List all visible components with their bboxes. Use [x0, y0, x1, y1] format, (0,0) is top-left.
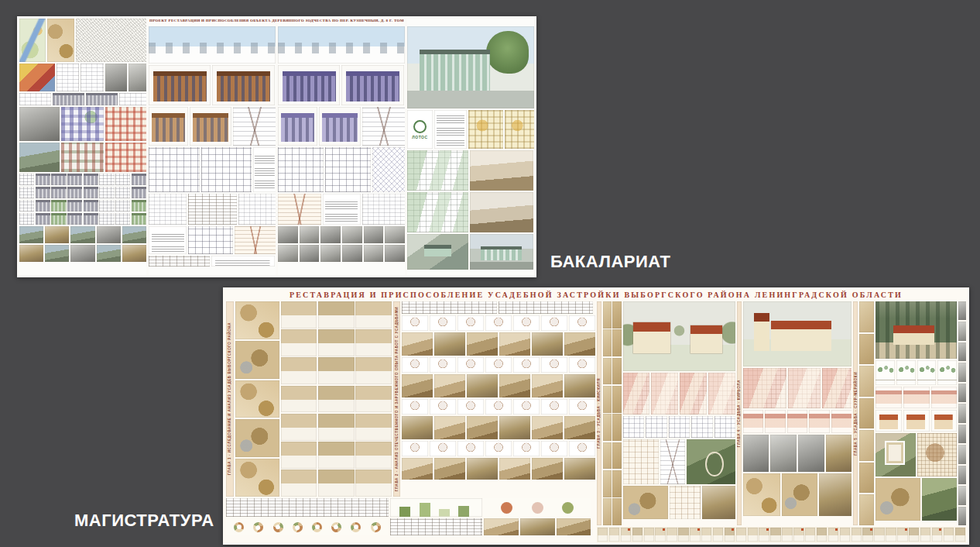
poster-cell: [852, 528, 862, 542]
poster-cell: [402, 374, 433, 397]
poster-cell: [19, 187, 34, 198]
poster-cell: [903, 410, 930, 432]
poster-cell: [958, 486, 966, 504]
poster-cell: [903, 387, 930, 408]
analysis-left-group: ГЛАВА 1 · ИССЛЕДОВАНИЕ И АНАЛИЗ УСАДЕБ В…: [226, 301, 595, 542]
painting: [19, 64, 55, 91]
section-warm: [235, 226, 276, 254]
poster-cell: [342, 245, 362, 262]
poster-cell: [457, 399, 484, 415]
plan-warm: [917, 433, 957, 476]
chapter-label: ГЛАВА 4 · УСАДЬБА · КИРЬОЛА: [737, 380, 741, 447]
poster-cell: [770, 435, 797, 472]
poster-cell: [897, 528, 907, 542]
estate-1-render: [623, 301, 735, 371]
poster-row: [19, 107, 146, 141]
text-block: [253, 147, 276, 192]
poster-cell: [725, 528, 735, 542]
section-line: [233, 107, 276, 146]
poster-cell: [931, 387, 958, 408]
poster-row: [402, 301, 595, 314]
lotos-logo: ЛОТОС: [407, 110, 433, 149]
poster-cell: [281, 357, 317, 384]
photo-bw: [19, 107, 60, 141]
poster-cell: [532, 416, 563, 439]
poster-tile: [743, 410, 852, 433]
poster-cell: [402, 332, 433, 356]
estates-right-group: ГЛАВА 3 · УСАДЬБА · КИЙСКИЛЯГЛАВА 4 · УС…: [597, 301, 966, 542]
poster-cell: [355, 357, 392, 384]
poster-cell: [612, 358, 621, 385]
table-block: [402, 301, 496, 314]
poster-cell: [430, 357, 456, 373]
text-block: [323, 194, 361, 225]
poster-row: [623, 301, 735, 371]
interior: [470, 150, 533, 191]
poster-tile: [402, 416, 595, 439]
poster-cell: [646, 416, 667, 438]
poster-cell: [434, 374, 465, 397]
poster-cell: [132, 200, 146, 212]
photo-warm: [702, 486, 735, 519]
table-block: [188, 194, 236, 225]
poster-cell: [859, 463, 874, 494]
poster-cell: [713, 528, 723, 542]
poster-row: [402, 399, 595, 415]
garden-arch-render: [687, 439, 735, 484]
poster-cell: [485, 357, 512, 373]
section-line: [660, 439, 685, 484]
poster-row: [407, 234, 534, 270]
poster-tile: [402, 399, 595, 415]
table-block: [499, 301, 593, 314]
poster-cell: [364, 245, 384, 262]
poster-cell: [457, 441, 484, 456]
poster-cell: [958, 384, 966, 402]
poster-row: [743, 435, 852, 472]
poster-row: ЛОТОС: [407, 110, 534, 149]
table-block: [149, 256, 210, 267]
render-street: [470, 234, 533, 270]
facades-project-sheet: [278, 19, 405, 275]
poster-cell: [931, 410, 958, 432]
poster-cell: [541, 315, 567, 331]
poster-cell: [759, 528, 769, 542]
draw: [81, 64, 104, 91]
draw: [57, 64, 80, 91]
scheme-circles: [484, 498, 591, 517]
poster-row: [278, 107, 405, 146]
poster-cell: [457, 315, 484, 331]
poster-cell: [612, 414, 621, 441]
plan-line: [201, 147, 252, 192]
chapter-3-strip: ГЛАВА 3 · УСАДЬБА · КИЙСКИЛЯ: [597, 301, 601, 525]
master-poster-title: РЕСТАВРАЦИЯ И ПРИСПОСОБЛЕНИЕ УСАДЕБНОЙ З…: [226, 290, 966, 300]
poster-cell: [318, 442, 355, 469]
poster-cell: [603, 442, 612, 470]
poster-cell: [787, 410, 808, 433]
poster-cell: [569, 399, 595, 415]
poster-tile: [19, 226, 146, 243]
plan-line: [278, 147, 324, 192]
poster-tile: [743, 435, 852, 472]
poster-cell: [281, 301, 317, 329]
poster-cell: [958, 507, 966, 525]
map-sepia: [743, 473, 780, 516]
draw: [238, 194, 276, 225]
poster-row: [402, 332, 595, 356]
poster-cell: [434, 332, 465, 356]
poster-row: [19, 226, 146, 243]
poster-cell: [612, 470, 621, 497]
poster-cell: [115, 174, 130, 185]
estate-cards-grid: [281, 301, 392, 497]
estate-3-render: [875, 301, 957, 359]
poster-row: [149, 26, 276, 64]
poster-cell: [736, 528, 746, 542]
poster-cell: [45, 226, 69, 243]
poster-cell: [99, 213, 114, 225]
poster-cell: [701, 528, 711, 542]
poster-cell: [603, 470, 612, 497]
poster-cell: [932, 528, 942, 542]
poster-tile: [402, 357, 595, 373]
poster-row: [278, 26, 405, 64]
poster-cell: [351, 522, 361, 532]
poster-cell: [355, 442, 392, 469]
